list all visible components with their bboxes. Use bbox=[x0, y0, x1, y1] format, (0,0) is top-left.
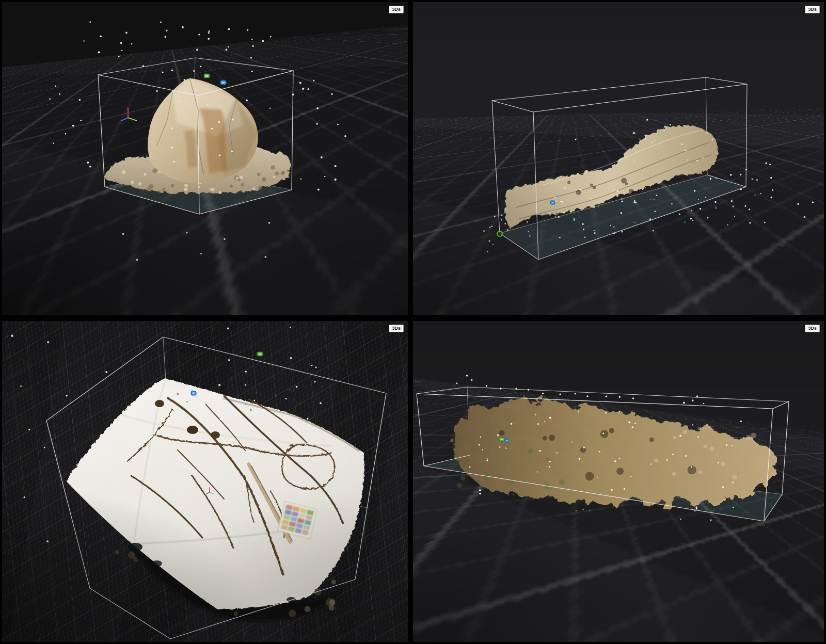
pinecone[interactable] bbox=[155, 400, 164, 407]
camera-tie-points bbox=[122, 222, 271, 261]
constraint-point-green[interactable] bbox=[497, 231, 502, 236]
viewport-3d-dry-brush[interactable]: 3Ds bbox=[413, 321, 824, 642]
crop-box-top-right-edge[interactable] bbox=[163, 337, 386, 393]
crop-box-edge[interactable] bbox=[492, 101, 500, 233]
crop-box-left-vertical[interactable] bbox=[46, 421, 90, 588]
app-window: 3Ds 3Ds 3Ds 3Ds bbox=[0, 0, 826, 644]
viewport-3d-fabric-sheet[interactable]: 3Ds bbox=[2, 321, 408, 642]
scene-3d-canvas[interactable] bbox=[2, 321, 408, 642]
crop-box-edge[interactable] bbox=[292, 71, 293, 190]
scene-3d-canvas[interactable] bbox=[413, 321, 824, 642]
sheet-edge-notch bbox=[152, 560, 162, 567]
camera-tie-points bbox=[483, 226, 494, 252]
view-mode-badge[interactable]: 3Ds bbox=[805, 325, 820, 332]
brush-pile-mesh-texture bbox=[447, 393, 783, 510]
camera-tie-points bbox=[456, 375, 472, 384]
fabric-sheet-mesh[interactable] bbox=[66, 378, 364, 609]
control-point-marker-green[interactable] bbox=[204, 74, 210, 78]
sheet-edge-notch bbox=[287, 597, 296, 602]
crop-box-right-top-edge[interactable] bbox=[773, 401, 789, 409]
crop-box-edge[interactable] bbox=[98, 75, 105, 187]
camera-tie-points bbox=[749, 164, 814, 223]
control-point-marker-blue[interactable] bbox=[505, 439, 509, 442]
viewport-3d-boulder[interactable]: 3Ds bbox=[2, 2, 408, 315]
control-point-marker-blue[interactable] bbox=[220, 81, 226, 85]
sheet-edge-notch bbox=[246, 607, 258, 613]
axes-gizmo[interactable] bbox=[121, 108, 136, 121]
camera-tie-points bbox=[83, 21, 271, 73]
control-point-marker-green[interactable] bbox=[257, 352, 263, 356]
sheet-edge-notch bbox=[128, 543, 142, 551]
view-mode-badge[interactable]: 3Ds bbox=[805, 6, 820, 13]
pinecone[interactable] bbox=[211, 431, 220, 439]
scene-3d-canvas[interactable] bbox=[413, 2, 824, 315]
control-point-marker-blue[interactable] bbox=[191, 391, 196, 395]
crop-box-bottom-edge[interactable] bbox=[90, 588, 170, 639]
crop-box-back-vertical bbox=[163, 337, 166, 379]
camera-tie-points bbox=[292, 80, 346, 191]
crop-box-left-top-edge bbox=[417, 387, 467, 394]
scene-3d-canvas[interactable] bbox=[2, 2, 408, 315]
crop-box-edge[interactable] bbox=[746, 84, 747, 187]
view-mode-badge[interactable]: 3Ds bbox=[389, 6, 404, 13]
crop-box-top-face[interactable] bbox=[492, 77, 747, 112]
camera-points-row bbox=[486, 385, 634, 399]
view-mode-badge[interactable]: 3Ds bbox=[389, 325, 404, 332]
crop-box-edge[interactable] bbox=[417, 394, 424, 466]
camera-tie-points bbox=[49, 86, 91, 168]
camera-tie-points bbox=[296, 365, 322, 419]
viewport-3d-rock-ledge[interactable]: 3Ds bbox=[413, 2, 824, 315]
control-point-marker-blue[interactable] bbox=[550, 201, 555, 204]
pinecone[interactable] bbox=[187, 426, 198, 434]
control-point-marker-green[interactable] bbox=[499, 438, 504, 441]
crop-box-back-top-edges[interactable] bbox=[98, 58, 293, 75]
crop-box-edge[interactable] bbox=[782, 401, 789, 494]
camera-tie-points bbox=[23, 429, 49, 542]
